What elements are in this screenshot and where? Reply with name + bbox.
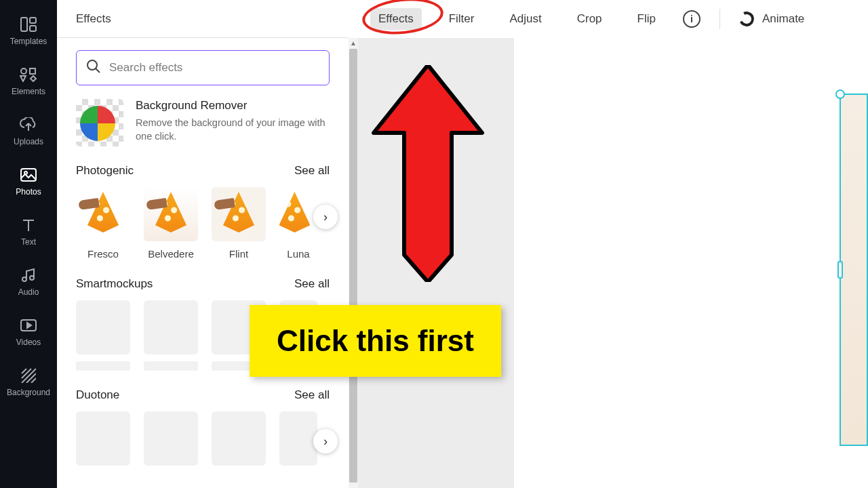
panel-title: Effects — [57, 0, 349, 38]
sidebar-item-label: Photos — [16, 187, 41, 197]
effect-label: Flint — [229, 248, 248, 260]
duotone-placeholder[interactable] — [76, 411, 130, 466]
sidebar-item-photos[interactable]: Photos — [0, 159, 57, 209]
bg-remover-title: Background Remover — [136, 99, 326, 113]
effect-label: Luna — [287, 248, 309, 260]
chevron-right-icon: › — [323, 210, 328, 224]
section-title-photogenic: Photogenic — [76, 164, 134, 178]
elements-icon — [19, 66, 38, 83]
callout-annotation: Click this first — [250, 305, 501, 377]
scroll-right-button[interactable]: › — [313, 429, 338, 453]
effect-luna[interactable]: Luna — [279, 187, 317, 260]
effects-panel: Effects Background Remover Remove the ba… — [57, 0, 349, 488]
top-toolbar: Effects Filter Adjust Crop Flip i Animat… — [358, 0, 868, 38]
selection-side-handle[interactable] — [837, 261, 843, 279]
bg-remover-subtitle: Remove the background of your image with… — [136, 117, 326, 143]
toolbar-label: Adjust — [509, 12, 541, 25]
videos-icon — [19, 317, 38, 333]
toolbar-label: Animate — [762, 12, 804, 26]
mockup-placeholder[interactable] — [144, 300, 198, 371]
search-field[interactable] — [76, 50, 330, 85]
background-remover-item[interactable]: Background Remover Remove the background… — [76, 99, 330, 146]
search-input[interactable] — [109, 61, 319, 75]
left-sidebar: Templates Elements Uploads Photos Text A… — [0, 0, 57, 488]
toolbar-adjust[interactable]: Adjust — [501, 8, 549, 30]
svg-point-3 — [21, 68, 26, 74]
toolbar-flip[interactable]: Flip — [629, 8, 664, 30]
toolbar-label: Flip — [637, 12, 656, 25]
mockup-placeholder[interactable] — [76, 300, 130, 371]
toolbar-animate[interactable]: Animate — [739, 12, 804, 26]
background-icon — [19, 367, 38, 384]
photos-icon — [19, 167, 38, 183]
duotone-placeholder[interactable] — [279, 411, 317, 466]
effect-belvedere[interactable]: Belvedere — [144, 187, 198, 260]
sidebar-item-videos[interactable]: Videos — [0, 309, 57, 359]
svg-rect-4 — [30, 68, 35, 74]
duotone-placeholder[interactable] — [144, 411, 198, 466]
svg-marker-11 — [27, 323, 31, 328]
svg-marker-5 — [20, 76, 26, 81]
chevron-right-icon: › — [323, 434, 328, 449]
see-all-photogenic[interactable]: See all — [294, 164, 330, 178]
scrollbar-thumb[interactable] — [349, 49, 357, 483]
selected-image[interactable] — [840, 94, 868, 446]
info-icon[interactable]: i — [683, 10, 701, 28]
sidebar-item-uploads[interactable]: Uploads — [0, 108, 57, 159]
svg-rect-6 — [21, 169, 36, 181]
effect-label: Fresco — [87, 248, 119, 260]
sidebar-item-label: Elements — [12, 87, 45, 96]
scroll-up-icon: ▲ — [349, 38, 358, 47]
panel-scrollbar[interactable]: ▲ — [349, 38, 358, 488]
sidebar-item-label: Audio — [18, 287, 39, 297]
effect-fresco[interactable]: Fresco — [76, 187, 130, 260]
svg-rect-0 — [21, 18, 27, 31]
text-icon — [19, 217, 38, 233]
svg-point-12 — [87, 60, 97, 70]
sidebar-item-templates[interactable]: Templates — [0, 8, 57, 58]
effect-flint[interactable]: Flint — [212, 187, 266, 260]
section-title-duotone: Duotone — [76, 388, 119, 402]
effect-label: Belvedere — [148, 248, 194, 260]
duotone-row: › — [76, 411, 330, 466]
uploads-icon — [19, 117, 38, 133]
see-all-smartmockups[interactable]: See all — [294, 277, 330, 291]
photogenic-row: Fresco Belvedere Flint Luna › — [76, 187, 330, 260]
see-all-duotone[interactable]: See all — [294, 388, 330, 402]
sidebar-item-elements[interactable]: Elements — [0, 58, 57, 108]
sidebar-item-label: Uploads — [14, 137, 43, 146]
templates-icon — [19, 16, 38, 33]
toolbar-label: Filter — [449, 12, 475, 25]
selection-handle[interactable] — [835, 89, 845, 99]
toolbar-filter[interactable]: Filter — [441, 8, 483, 30]
svg-rect-1 — [30, 18, 36, 23]
audio-icon — [19, 267, 38, 283]
sidebar-item-background[interactable]: Background — [0, 359, 57, 409]
toolbar-label: Effects — [378, 12, 414, 25]
toolbar-effects[interactable]: Effects — [370, 8, 422, 30]
svg-rect-2 — [30, 26, 36, 31]
toolbar-crop[interactable]: Crop — [569, 8, 610, 30]
sidebar-item-label: Templates — [10, 37, 47, 46]
scroll-right-button[interactable]: › — [313, 205, 338, 229]
duotone-placeholder[interactable] — [212, 411, 266, 466]
animate-icon — [737, 9, 756, 28]
bg-remover-thumbnail — [76, 99, 123, 146]
sidebar-item-label: Text — [21, 237, 36, 247]
search-icon — [86, 59, 101, 77]
sidebar-item-label: Background — [7, 388, 50, 397]
sidebar-item-audio[interactable]: Audio — [0, 259, 57, 309]
toolbar-label: Crop — [577, 12, 602, 25]
section-title-smartmockups: Smartmockups — [76, 277, 153, 291]
sidebar-item-text[interactable]: Text — [0, 209, 57, 259]
toolbar-divider — [719, 9, 720, 29]
canvas-page-edge — [358, 38, 514, 488]
canvas-area[interactable] — [358, 38, 868, 488]
sidebar-item-label: Videos — [16, 338, 41, 347]
